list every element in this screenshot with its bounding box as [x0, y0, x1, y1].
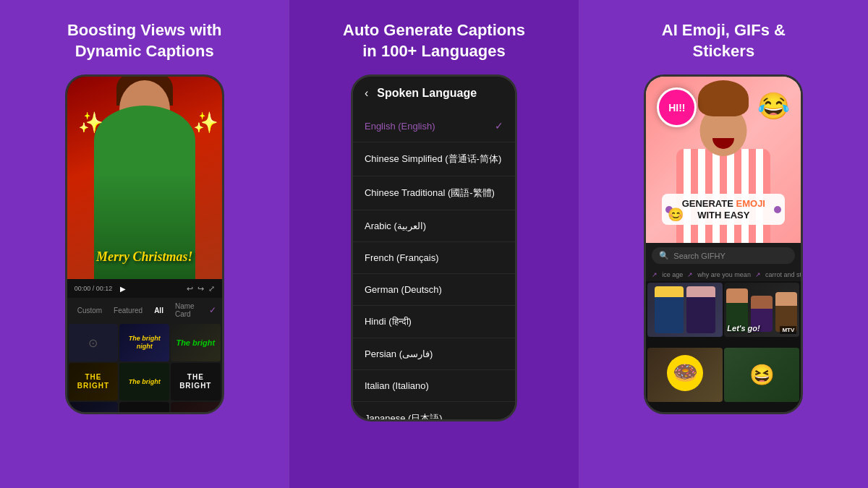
emoji-video-area: HI!! 😂 GENERATE EMOJI WITH EASY 😊 — [646, 77, 801, 243]
video-caption: Merry Christmas! — [96, 249, 193, 265]
lang-name: Japanese (日本語) — [365, 412, 443, 419]
tag-icon-1: ↗ — [652, 271, 658, 278]
gif-tag-1[interactable]: ice age — [662, 271, 683, 278]
caption-style-6[interactable]: THE BRIGHT — [171, 363, 221, 401]
gif-tag-3[interactable]: carrot and sti — [765, 271, 801, 278]
lang-name: Arabic (العربية) — [365, 221, 426, 231]
tab-featured[interactable]: Featured — [109, 305, 147, 316]
lang-check-icon: ✓ — [495, 120, 503, 132]
lang-item-japanese[interactable]: Japanese (日本語) — [353, 402, 515, 419]
lang-name-english: English (English) — [365, 121, 435, 132]
gif-grid: Let's go! MTV 🍩 😆 — [646, 281, 801, 412]
gif-search-box[interactable]: 🔍 Search GIFHY — [652, 247, 795, 264]
generate-text: GENERATE EMOJI WITH EASY — [669, 198, 778, 221]
lang-item-french[interactable]: French (Français) — [353, 242, 515, 274]
sparkle-left-icon: ✨ — [78, 111, 103, 134]
caption-label-2: The bright night — [119, 333, 169, 352]
tab-all[interactable]: All — [150, 305, 168, 316]
lang-name: Chinese Simplified (普通话-简体) — [365, 153, 501, 166]
lang-item-chinese-traditional[interactable]: Chinese Traditional (國語-繁體) — [353, 176, 515, 210]
caption-style-1[interactable]: ⊙ — [69, 324, 119, 361]
language-screen-title: Spoken Language — [377, 87, 477, 100]
panel-right-title: AI Emoji, GIFs & Stickers — [662, 20, 786, 61]
phone-left: ✨ ✨ Merry Christmas! 00:00 / 00:12 ▶ ↩ ↪… — [65, 74, 224, 414]
lang-item-english[interactable]: English (English) ✓ — [353, 110, 515, 142]
panel-left: Boosting Views with Dynamic Captions ✨ ✨… — [0, 0, 289, 488]
redo-icon[interactable]: ↪ — [197, 284, 204, 294]
gif-search-area: 🔍 Search GIFHY — [646, 243, 801, 268]
phone-center: ‹ Spoken Language English (English) ✓ Ch… — [351, 74, 517, 421]
undo-icon[interactable]: ↩ — [187, 284, 193, 294]
caption-style-9[interactable]: The bright — [171, 402, 221, 414]
smile-emoji-banner: 😊 — [668, 207, 684, 223]
caption-style-8[interactable]: THE BRIGHT — [119, 402, 169, 414]
language-list: English (English) ✓ Chinese Simplified (… — [353, 110, 515, 419]
tab-check-icon: ✓ — [209, 305, 216, 315]
search-icon: 🔍 — [659, 251, 669, 260]
sparkle-right-icon: ✨ — [193, 111, 218, 134]
gif-cell-3[interactable]: 🍩 — [647, 348, 723, 402]
video-control-icons: ↩ ↪ ⤢ — [187, 284, 215, 294]
video-time: 00:00 / 00:12 — [75, 285, 113, 292]
panel-center: Auto Generate Captions in 100+ Languages… — [289, 0, 579, 488]
video-controls: 00:00 / 00:12 ▶ ↩ ↪ ⤢ — [67, 279, 222, 298]
tag-icon-2: ↗ — [687, 271, 693, 278]
play-button[interactable]: ▶ — [118, 283, 128, 294]
panel-left-title: Boosting Views with Dynamic Captions — [67, 20, 222, 61]
caption-label-7: NIGHT SKY AND — [69, 413, 119, 415]
lang-name: Hindi (हिन्दी) — [365, 316, 412, 328]
gif-search-placeholder: Search GIFHY — [673, 252, 726, 260]
lang-item-italian[interactable]: Italian (Italiano) — [353, 370, 515, 402]
dot-right — [774, 206, 781, 213]
gif-cell-4[interactable]: 😆 — [724, 348, 799, 402]
caption-style-2[interactable]: The bright night — [119, 324, 169, 361]
generate-line1: GENERATE — [682, 198, 736, 209]
gif-tag-2[interactable]: why are you mean — [697, 271, 751, 278]
lets-go-label: Let's go! — [727, 321, 760, 334]
lang-item-persian[interactable]: Persian (فارسی) — [353, 338, 515, 370]
lang-item-chinese-simplified[interactable]: Chinese Simplified (普通话-简体) — [353, 142, 515, 176]
language-header: ‹ Spoken Language — [353, 77, 515, 110]
clock-icon: ⊙ — [88, 336, 98, 350]
emoji-word: EMOJI — [736, 198, 765, 209]
gif-cell-2[interactable]: Let's go! MTV — [724, 283, 799, 337]
video-preview: ✨ ✨ Merry Christmas! — [67, 77, 222, 279]
gif-cell-1[interactable] — [647, 283, 723, 337]
caption-style-5[interactable]: The bright — [119, 363, 169, 401]
caption-label-5: The bright — [127, 377, 162, 388]
caption-label-4: THE BRIGHT — [69, 372, 119, 392]
caption-label-3: The bright — [174, 337, 216, 349]
caption-label-6: THE BRIGHT — [171, 372, 221, 392]
lang-name: German (Deutsch) — [365, 284, 442, 295]
expand-icon[interactable]: ⤢ — [208, 284, 215, 294]
caption-style-3[interactable]: The bright — [171, 324, 221, 361]
tag-icon-3: ↗ — [755, 271, 761, 278]
caption-style-grid: ⊙ The bright night The bright THE BRIGHT… — [67, 322, 222, 414]
phone-right: HI!! 😂 GENERATE EMOJI WITH EASY 😊 🔍 Sear… — [644, 74, 803, 414]
lang-item-german[interactable]: German (Deutsch) — [353, 274, 515, 306]
panel-right: AI Emoji, GIFs & Stickers HI!! 😂 — [579, 0, 868, 488]
mtv-label: MTV — [780, 326, 796, 334]
lang-name: Italian (Italiano) — [365, 380, 429, 391]
generate-line2: WITH EASY — [697, 210, 749, 221]
lang-name: Chinese Traditional (國語-繁體) — [365, 187, 495, 200]
caption-tabs: Custom Featured All Name Card ✓ — [67, 298, 222, 322]
caption-style-7[interactable]: NIGHT SKY AND — [69, 402, 119, 414]
laugh-emoji: 😂 — [757, 91, 790, 121]
gif-tags-bar: ↗ ice age ↗ why are you mean ↗ carrot an… — [646, 268, 801, 281]
lang-name: French (Français) — [365, 252, 439, 263]
lang-item-arabic[interactable]: Arabic (العربية) — [353, 210, 515, 242]
lang-name: Persian (فارسی) — [365, 348, 433, 359]
panel-center-title: Auto Generate Captions in 100+ Languages — [343, 20, 525, 61]
caption-style-4[interactable]: THE BRIGHT — [69, 363, 119, 401]
back-button[interactable]: ‹ — [365, 87, 368, 100]
tab-custom[interactable]: Custom — [73, 305, 106, 316]
lang-item-hindi[interactable]: Hindi (हिन्दी) — [353, 306, 515, 338]
tab-namecard[interactable]: Name Card — [171, 301, 206, 320]
